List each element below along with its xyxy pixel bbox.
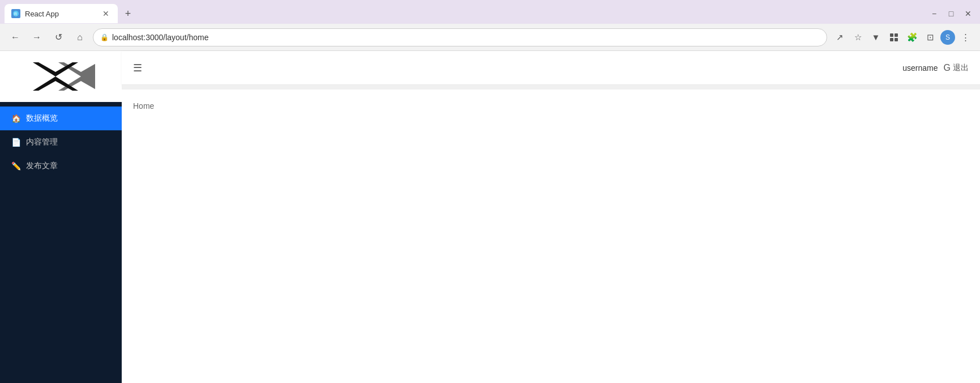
top-header: ☰ username G 退出 bbox=[122, 51, 980, 85]
bookmark-button[interactable]: ☆ bbox=[850, 29, 866, 45]
sidebar-item-data-overview[interactable]: 🏠 数据概览 bbox=[0, 107, 122, 130]
svg-rect-2 bbox=[890, 33, 893, 37]
window-controls: − □ ✕ bbox=[927, 6, 975, 21]
menu-toggle-button[interactable]: ☰ bbox=[133, 62, 142, 74]
content-area: Home bbox=[122, 90, 980, 383]
logout-google-icon: G bbox=[944, 63, 951, 73]
svg-rect-5 bbox=[895, 38, 898, 41]
edit-icon: ✏️ bbox=[11, 161, 20, 171]
tab-bar: R React App ✕ + − □ ✕ bbox=[0, 0, 980, 24]
sidebar-item-label-data-overview: 数据概览 bbox=[26, 113, 58, 124]
chrome-menu-button[interactable]: ⋮ bbox=[957, 29, 973, 45]
tab-favicon: R bbox=[11, 9, 20, 18]
svg-rect-3 bbox=[895, 33, 898, 37]
filter-button[interactable]: ▼ bbox=[868, 29, 884, 45]
tab-title: React App bbox=[25, 10, 96, 18]
window-close-button[interactable]: ✕ bbox=[961, 6, 975, 21]
reload-button[interactable]: ↺ bbox=[50, 29, 67, 46]
logout-button[interactable]: G 退出 bbox=[944, 63, 969, 73]
sidebar-item-label-content-management: 内容管理 bbox=[26, 137, 58, 147]
new-tab-button[interactable]: + bbox=[120, 6, 136, 22]
toolbar-actions: ↗ ☆ ▼ 🧩 ⊡ S ⋮ bbox=[832, 29, 973, 45]
svg-rect-4 bbox=[890, 38, 893, 41]
sidebar-item-label-publish-article: 发布文章 bbox=[26, 161, 58, 171]
logo-svg bbox=[27, 59, 95, 93]
back-button[interactable]: ← bbox=[7, 29, 24, 46]
share-button[interactable]: ↗ bbox=[832, 29, 848, 45]
browser-tab-react-app[interactable]: R React App ✕ bbox=[5, 4, 118, 23]
home-icon: 🏠 bbox=[11, 114, 20, 123]
puzzle-button[interactable]: 🧩 bbox=[904, 29, 920, 45]
lock-icon: 🔒 bbox=[100, 33, 109, 41]
document-icon: 📄 bbox=[11, 138, 20, 147]
sidebar-toggle-button[interactable]: ⊡ bbox=[922, 29, 938, 45]
header-right: username G 退出 bbox=[902, 63, 969, 73]
sidebar-nav: 🏠 数据概览 📄 内容管理 ✏️ 发布文章 bbox=[0, 102, 122, 383]
app-container: 🏠 数据概览 📄 内容管理 ✏️ 发布文章 ☰ username G 退出 bbox=[0, 51, 980, 383]
breadcrumb: Home bbox=[133, 101, 154, 110]
main-content: ☰ username G 退出 Home bbox=[122, 51, 980, 383]
forward-button[interactable]: → bbox=[28, 29, 45, 46]
window-minimize-button[interactable]: − bbox=[927, 6, 942, 21]
sub-header-divider bbox=[122, 85, 980, 90]
extensions-icon[interactable] bbox=[886, 29, 902, 45]
profile-avatar-button[interactable]: S bbox=[940, 30, 955, 45]
address-bar-input[interactable] bbox=[112, 33, 820, 42]
tab-close-button[interactable]: ✕ bbox=[101, 8, 111, 19]
svg-text:R: R bbox=[14, 12, 17, 16]
header-username: username bbox=[902, 63, 938, 73]
sidebar-logo bbox=[0, 51, 122, 102]
browser-chrome: R React App ✕ + − □ ✕ ← → ↺ ⌂ 🔒 ↗ ☆ ▼ 🧩 bbox=[0, 0, 980, 51]
logout-label: 退出 bbox=[953, 63, 969, 73]
home-button[interactable]: ⌂ bbox=[71, 29, 88, 46]
window-restore-button[interactable]: □ bbox=[944, 6, 958, 21]
address-bar-container: 🔒 bbox=[93, 28, 827, 46]
browser-toolbar: ← → ↺ ⌂ 🔒 ↗ ☆ ▼ 🧩 ⊡ S ⋮ bbox=[0, 24, 980, 51]
sidebar-item-content-management[interactable]: 📄 内容管理 bbox=[0, 130, 122, 154]
sidebar-item-publish-article[interactable]: ✏️ 发布文章 bbox=[0, 154, 122, 178]
sidebar: 🏠 数据概览 📄 内容管理 ✏️ 发布文章 bbox=[0, 51, 122, 383]
